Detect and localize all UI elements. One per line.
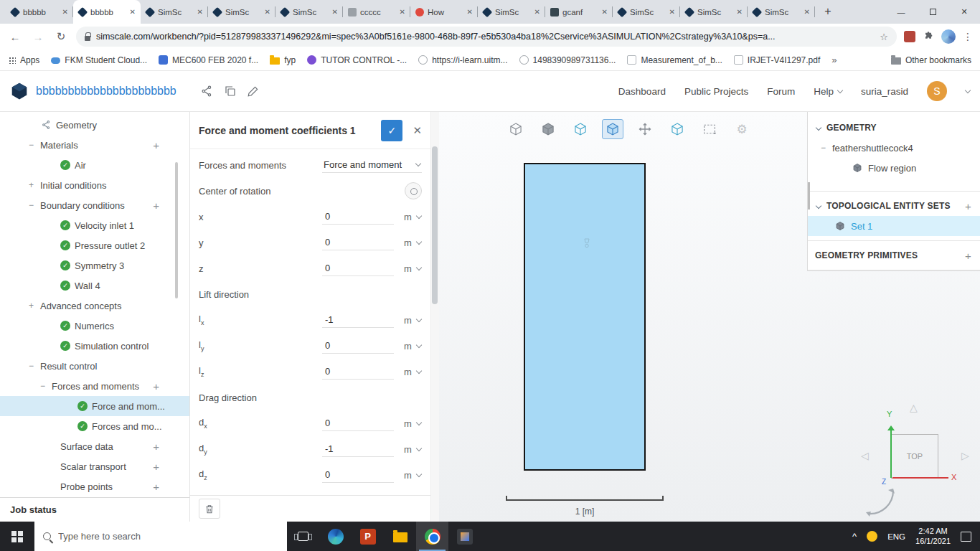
search-input[interactable] [58,531,278,542]
tree-scrollbar[interactable] [175,162,178,298]
browser-tab[interactable]: SimSc✕ [208,0,275,24]
x-unit-select[interactable]: m [404,212,422,222]
geometry-section-header[interactable]: GEOMETRY [808,118,980,138]
browser-tab[interactable]: SimSc✕ [680,0,748,24]
share-icon[interactable] [201,85,214,98]
new-tab-button[interactable]: + [818,1,838,22]
bookmark-item[interactable]: MEC600 FEB 2020 f... [159,55,258,65]
add-icon[interactable]: + [153,380,159,392]
panel-scrollbar[interactable] [430,112,439,522]
edge-app-button[interactable] [319,522,352,551]
ly-input[interactable] [322,338,394,354]
action-center-icon[interactable] [961,532,971,542]
tree-item-geometry[interactable]: Geometry [0,115,189,135]
lz-unit-select[interactable]: m [404,367,422,377]
z-unit-select[interactable]: m [404,263,422,274]
flow-region-item[interactable]: Flow region [808,158,980,178]
tab-close-icon[interactable]: ✕ [737,8,743,16]
flow-region-geometry[interactable] [524,163,646,471]
url-text[interactable]: simscale.com/workbench/?pid=512879983337… [96,32,874,42]
simscale-logo[interactable] [10,82,29,100]
tree-item-force-and-moment-2[interactable]: ✓Forces and mo... [0,416,189,436]
browser-tab[interactable]: SimSc✕ [275,0,343,24]
tree-item-air[interactable]: ✓Air [0,155,189,175]
tab-close-icon[interactable]: ✕ [265,8,270,16]
collapse-icon[interactable]: − [29,200,40,210]
iso-view-icon[interactable] [505,119,527,139]
language-indicator[interactable]: ENG [887,532,905,541]
extensions-puzzle-icon[interactable] [923,31,934,42]
add-icon[interactable]: + [153,199,159,212]
tree-item-numerics[interactable]: ✓Numerics [0,316,189,336]
orientation-cube[interactable]: TOP [891,434,938,479]
close-panel-button[interactable]: ✕ [413,124,422,137]
browser-tab[interactable]: SimSc✕ [613,0,680,24]
browser-tab[interactable]: ccccc✕ [343,0,410,24]
window-minimize-button[interactable]: — [885,0,917,24]
tree-item-materials[interactable]: −Materials+ [0,135,189,155]
pan-arrows-icon[interactable] [634,119,656,139]
browser-tab[interactable]: SimSc✕ [141,0,208,24]
browser-menu-icon[interactable]: ⋮ [963,31,973,42]
tree-item-force-and-moment-1-selected[interactable]: ✓Force and mom... [0,396,189,416]
nav-help[interactable]: Help [814,86,842,97]
dz-input[interactable] [322,467,394,483]
extension-icon[interactable] [904,31,915,42]
rotate-view-icon[interactable] [862,487,898,519]
other-bookmarks-button[interactable]: Other bookmarks [891,55,971,65]
tree-item-scalar-transport[interactable]: Scalar transport+ [0,456,189,476]
scrollbar-thumb[interactable] [432,146,438,304]
y-unit-select[interactable]: m [404,237,422,248]
geometry-primitives-header[interactable]: GEOMETRY PRIMITIVES+ [808,245,980,265]
tree-item-symmetry-3[interactable]: ✓Symmetry 3 [0,255,189,276]
add-primitive-icon[interactable]: + [965,250,971,262]
expand-icon[interactable]: + [29,301,40,311]
media-app-button[interactable] [448,522,481,551]
secure-lock-icon[interactable] [85,36,90,41]
apps-shortcut[interactable]: Apps [9,55,39,65]
nav-dashboard[interactable]: Dashboard [618,86,666,97]
dz-unit-select[interactable]: m [404,470,422,481]
project-title[interactable]: bbbbbbbbbbbbbbbbbbbbbb [36,85,176,98]
collapse-icon[interactable]: − [821,143,832,153]
bookmark-item[interactable]: FKM Student Cloud... [51,55,147,65]
weather-icon[interactable] [867,531,877,542]
tree-item-result-control[interactable]: −Result control [0,356,189,376]
bookmark-item[interactable]: 1498390989731136... [519,55,616,65]
tree-item-boundary-conditions[interactable]: −Boundary conditions+ [0,195,189,215]
tree-item-surface-data[interactable]: Surface data+ [0,436,189,456]
tree-item-velocity-inlet-1[interactable]: ✓Velocity inlet 1 [0,215,189,235]
window-maximize-button[interactable] [917,0,948,24]
username-label[interactable]: suria_rasid [861,86,908,97]
copy-icon[interactable] [224,85,237,98]
tree-item-probe-points[interactable]: Probe points+ [0,476,189,496]
collapse-icon[interactable]: − [40,381,52,391]
bookmark-folder[interactable]: fyp [270,55,296,65]
browser-tab[interactable]: SimSc✕ [478,0,545,24]
chrome-app-button[interactable] [416,522,448,551]
collapse-icon[interactable]: − [29,361,40,371]
user-avatar[interactable]: S [927,81,947,101]
x-input[interactable] [322,209,394,225]
tray-expand-icon[interactable]: ^ [852,531,857,542]
delete-button[interactable] [199,499,220,519]
chevron-down-icon[interactable] [965,87,971,93]
file-explorer-button[interactable] [384,522,416,551]
bookmark-item[interactable]: TUTOR CONTROL -... [307,55,407,65]
bookmark-item[interactable]: https://i-learn.uitm... [418,55,507,65]
topological-sets-header[interactable]: TOPOLOGICAL ENTITY SETS+ [808,196,980,216]
add-icon[interactable]: + [153,481,159,493]
tab-close-icon[interactable]: ✕ [602,8,608,16]
tree-item-wall-4[interactable]: ✓Wall 4 [0,276,189,296]
tree-item-pressure-outlet-2[interactable]: ✓Pressure outlet 2 [0,235,189,255]
set-1-item-selected[interactable]: Set 1 [808,216,980,236]
task-view-button[interactable] [287,522,319,551]
shaded-cube-icon[interactable] [537,119,559,139]
edit-pencil-icon[interactable] [247,85,260,98]
lx-input[interactable] [322,312,394,328]
gear-icon[interactable]: ⚙ [731,119,753,139]
browser-tab-active[interactable]: bbbbb✕ [73,0,141,24]
tab-close-icon[interactable]: ✕ [332,8,338,16]
confirm-button[interactable]: ✓ [381,120,402,141]
pick-point-target-icon[interactable] [405,182,422,199]
